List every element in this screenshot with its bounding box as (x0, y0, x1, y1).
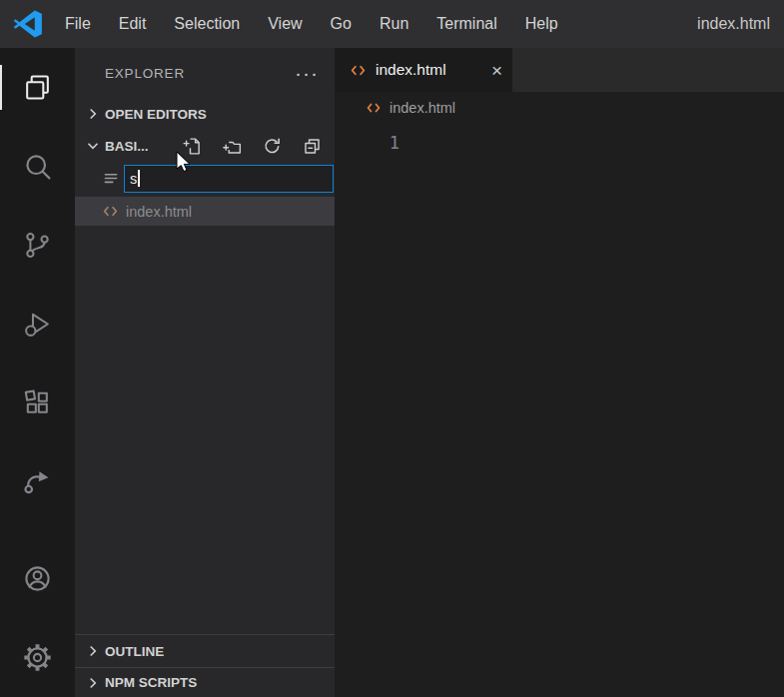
account-icon[interactable] (0, 539, 75, 618)
new-folder-icon[interactable] (223, 137, 242, 156)
refresh-icon[interactable] (263, 137, 282, 156)
open-editors-section[interactable]: OPEN EDITORS (75, 98, 335, 130)
menu-help[interactable]: Help (511, 0, 572, 48)
menu-selection[interactable]: Selection (160, 0, 254, 48)
activity-bar (0, 48, 75, 697)
npm-scripts-section[interactable]: NPM SCRIPTS (75, 667, 335, 697)
vscode-window: File Edit Selection View Go Run Terminal… (0, 0, 784, 697)
menu-go[interactable]: Go (317, 0, 366, 48)
breadcrumb-file: index.html (390, 100, 455, 116)
line-number-gutter: 1 (335, 123, 402, 697)
new-file-name-input[interactable]: s (124, 165, 334, 193)
open-editors-label: OPEN EDITORS (105, 107, 207, 122)
run-debug-icon[interactable] (0, 285, 75, 363)
breadcrumb[interactable]: index.html (335, 92, 784, 123)
outline-label: OUTLINE (105, 644, 164, 659)
default-file-icon (102, 170, 120, 188)
html-file-icon (350, 62, 367, 79)
tab-index-html[interactable]: index.html × (335, 48, 512, 92)
text-caret (138, 170, 140, 187)
settings-gear-icon[interactable] (0, 618, 75, 697)
chevron-right-icon (84, 674, 102, 692)
menu-bar: File Edit Selection View Go Run Terminal… (51, 0, 572, 48)
vscode-logo-icon (13, 9, 43, 39)
extensions-icon[interactable] (0, 363, 75, 442)
new-file-icon[interactable] (183, 137, 202, 156)
npm-scripts-label: NPM SCRIPTS (105, 675, 197, 690)
folder-name-label: BASI... (105, 139, 149, 154)
search-icon[interactable] (0, 127, 75, 206)
explorer-sidebar: EXPLORER ··· OPEN EDITORS BASI... (75, 48, 335, 697)
line-number: 1 (335, 130, 402, 157)
menu-run[interactable]: Run (366, 0, 422, 48)
outline-section[interactable]: OUTLINE (75, 634, 335, 667)
close-tab-icon[interactable]: × (491, 61, 502, 80)
new-file-row: s (75, 164, 335, 193)
editor-pane: 1 (335, 123, 784, 697)
chevron-right-icon (84, 105, 102, 123)
source-control-icon[interactable] (0, 206, 75, 285)
html-file-icon (366, 100, 382, 116)
code-area[interactable] (402, 123, 784, 697)
menu-edit[interactable]: Edit (105, 0, 161, 48)
chevron-right-icon (84, 642, 102, 660)
chevron-down-icon (84, 137, 102, 155)
collapse-all-icon[interactable] (303, 137, 322, 156)
window-title: index.html (697, 15, 784, 33)
editor-area: index.html × index.html 1 (335, 48, 784, 697)
file-name-label: index.html (126, 204, 192, 220)
folder-actions (183, 137, 335, 156)
title-bar: File Edit Selection View Go Run Terminal… (0, 0, 784, 48)
menu-file[interactable]: File (51, 0, 105, 48)
html-file-icon (102, 203, 119, 220)
menu-view[interactable]: View (254, 0, 316, 48)
new-file-name-value: s (130, 171, 137, 187)
live-share-icon[interactable] (0, 442, 75, 521)
menu-terminal[interactable]: Terminal (422, 0, 510, 48)
sidebar-title: EXPLORER (105, 66, 185, 81)
sidebar-header: EXPLORER ··· (75, 48, 335, 98)
folder-section-header[interactable]: BASI... (75, 130, 335, 162)
tab-bar: index.html × (335, 48, 784, 92)
explorer-icon[interactable] (0, 48, 75, 127)
more-actions-icon[interactable]: ··· (295, 68, 319, 78)
file-row-index-html[interactable]: index.html (75, 197, 335, 226)
tab-label: index.html (376, 61, 446, 79)
